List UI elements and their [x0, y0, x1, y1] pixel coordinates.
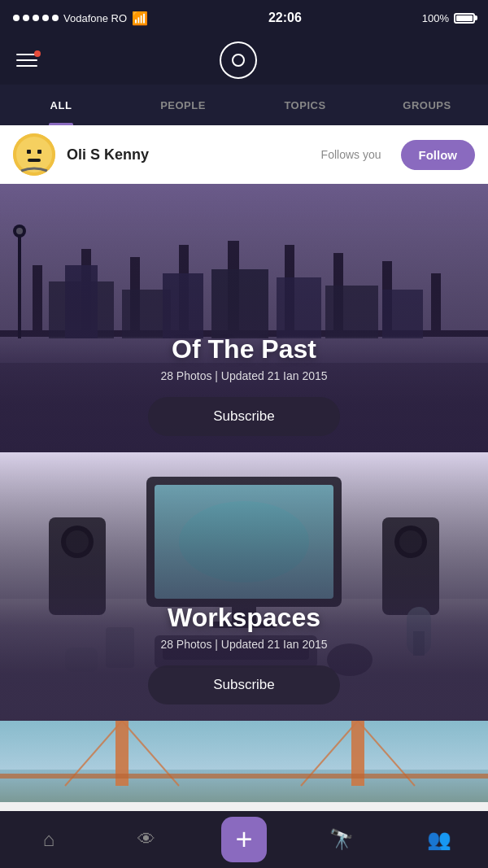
time-display: 22:06 — [268, 11, 302, 25]
notification-badge — [34, 50, 41, 57]
card-partial — [0, 721, 488, 802]
signal-dot-2 — [23, 15, 29, 21]
nav-discover[interactable]: 🔭 — [293, 811, 390, 868]
battery-percent: 100% — [422, 12, 449, 24]
signal-dot-5 — [52, 15, 59, 21]
card-1-title: Of The Past — [172, 334, 316, 364]
bottom-nav: ⌂ 👁 + 🔭 👥 — [0, 811, 488, 868]
svg-rect-58 — [0, 774, 488, 779]
signal-dots — [13, 15, 59, 21]
nav-home[interactable]: ⌂ — [0, 811, 98, 868]
tab-all[interactable]: ALL — [0, 85, 122, 125]
svg-rect-2 — [27, 150, 31, 154]
status-bar: Vodafone RO 📶 22:06 100% — [0, 0, 488, 36]
menu-line-3 — [16, 65, 37, 67]
card-2-meta: 28 Photos | Updated 21 Ian 2015 — [160, 638, 327, 651]
tab-groups[interactable]: GROUPS — [366, 85, 488, 125]
battery-fill — [456, 15, 473, 21]
menu-button[interactable] — [16, 54, 37, 67]
signal-dot-1 — [13, 15, 20, 21]
eye-icon: 👁 — [137, 829, 155, 850]
camera-inner-circle — [232, 54, 245, 67]
home-icon: ⌂ — [43, 828, 55, 851]
user-name: Oli S Kenny — [67, 146, 310, 164]
status-left: Vodafone RO 📶 — [13, 11, 148, 26]
follow-button[interactable]: Follow — [401, 140, 476, 170]
card-1-subscribe-button[interactable]: Subscribe — [148, 397, 340, 436]
card-of-the-past: Of The Past 28 Photos | Updated 21 Ian 2… — [0, 184, 488, 452]
svg-rect-4 — [28, 159, 41, 162]
add-icon: + — [221, 817, 267, 862]
tab-topics[interactable]: TOPICS — [244, 85, 366, 125]
follows-you-label: Follows you — [321, 148, 381, 161]
nav-watch[interactable]: 👁 — [98, 811, 195, 868]
nav-add[interactable]: + — [195, 811, 293, 868]
svg-rect-3 — [37, 150, 41, 154]
avatar-svg — [13, 133, 55, 176]
menu-line-2 — [16, 59, 37, 61]
groups-icon: 👥 — [427, 828, 451, 851]
avatar — [13, 133, 55, 176]
card-2-title: Workspaces — [168, 603, 320, 633]
camera-button[interactable] — [220, 41, 257, 79]
card-2-subscribe-button[interactable]: Subscribe — [148, 665, 340, 704]
status-right: 100% — [422, 12, 475, 24]
signal-dot-3 — [33, 15, 39, 21]
battery-icon — [454, 13, 475, 24]
binoculars-icon: 🔭 — [329, 828, 354, 851]
carrier-text: Vodafone RO — [63, 12, 127, 24]
card-1-overlay: Of The Past 28 Photos | Updated 21 Ian 2… — [0, 334, 488, 452]
tab-bar: ALL PEOPLE TOPICS GROUPS — [0, 85, 488, 125]
wifi-icon: 📶 — [132, 11, 148, 26]
tab-people[interactable]: PEOPLE — [122, 85, 244, 125]
svg-point-1 — [16, 137, 52, 172]
signal-dot-4 — [42, 15, 49, 21]
top-nav-bar — [0, 36, 488, 85]
user-row: Oli S Kenny Follows you Follow — [0, 125, 488, 184]
golden-gate-illustration — [0, 721, 488, 802]
nav-groups[interactable]: 👥 — [390, 811, 488, 868]
card-1-meta: 28 Photos | Updated 21 Ian 2015 — [160, 369, 327, 382]
card-workspaces: Workspaces 28 Photos | Updated 21 Ian 20… — [0, 452, 488, 721]
card-2-overlay: Workspaces 28 Photos | Updated 21 Ian 20… — [0, 603, 488, 721]
